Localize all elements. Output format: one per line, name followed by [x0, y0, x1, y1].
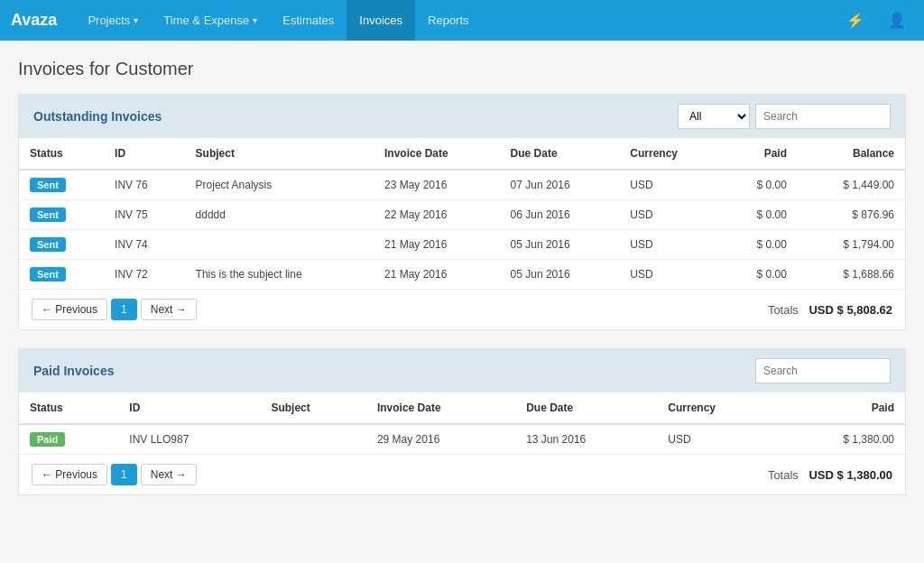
status-cell: Sent	[19, 170, 104, 200]
subject-cell: ddddd	[185, 200, 374, 230]
balance-cell: $ 1,688.66	[798, 260, 905, 290]
col-invoice-date: Invoice Date	[366, 392, 515, 424]
col-invoice-date: Invoice Date	[374, 138, 500, 170]
outstanding-pagination: ← Previous 1 Next →	[32, 299, 197, 320]
id-cell: INV 72	[104, 260, 184, 290]
chevron-down-icon: ▾	[134, 15, 138, 25]
status-cell: Sent	[19, 260, 104, 290]
due-date-cell: 05 Jun 2016	[500, 230, 620, 260]
outstanding-search-area: All	[678, 104, 891, 129]
paid-totals-amount: USD $ 1,380.00	[808, 468, 892, 482]
table-row[interactable]: Sent INV 76 Project Analysis 23 May 2016…	[19, 170, 905, 200]
user-icon[interactable]: 👤	[881, 8, 913, 32]
invoice-date-cell: 29 May 2016	[366, 424, 515, 455]
status-cell: Sent	[19, 230, 104, 260]
invoice-date-cell: 22 May 2016	[374, 200, 500, 230]
table-row[interactable]: Sent INV 75 ddddd 22 May 2016 06 Jun 201…	[19, 200, 905, 230]
status-badge: Paid	[30, 432, 65, 447]
outstanding-table-header: Status ID Subject Invoice Date Due Date …	[19, 138, 905, 170]
currency-cell: USD	[619, 230, 721, 260]
subject-cell	[185, 230, 374, 260]
nav-right: ⚡ 👤	[839, 8, 913, 32]
outstanding-prev-button[interactable]: ← Previous	[32, 299, 107, 320]
outstanding-header: Outstanding Invoices All	[19, 95, 905, 138]
nav-invoices[interactable]: Invoices	[346, 0, 415, 41]
status-badge: Sent	[30, 237, 66, 252]
outstanding-invoices-section: Outstanding Invoices All Status ID Subje…	[18, 94, 906, 330]
id-cell: INV 76	[104, 170, 184, 200]
paid-table-header: Status ID Subject Invoice Date Due Date …	[19, 392, 905, 424]
col-subject: Subject	[260, 392, 366, 424]
subject-cell: This is the subject line	[185, 260, 374, 290]
col-id: ID	[104, 138, 184, 170]
col-currency: Currency	[619, 138, 721, 170]
outstanding-totals-label: Totals	[768, 303, 799, 317]
outstanding-next-button[interactable]: Next →	[141, 299, 197, 320]
balance-cell: $ 1,449.00	[798, 170, 905, 200]
subject-cell: Project Analysis	[185, 170, 374, 200]
due-date-cell: 05 Jun 2016	[500, 260, 620, 290]
col-due-date: Due Date	[515, 392, 657, 424]
status-badge: Sent	[30, 208, 66, 222]
subject-cell	[260, 424, 366, 455]
paid-cell: $ 1,380.00	[778, 424, 905, 455]
status-badge: Sent	[30, 267, 66, 282]
navbar: Avaza Projects ▾ Time & Expense ▾ Estima…	[0, 0, 924, 41]
nav-estimates[interactable]: Estimates	[270, 0, 346, 41]
id-cell: INV LLO987	[118, 424, 260, 455]
paid-cell: $ 0.00	[721, 200, 798, 230]
paid-next-button[interactable]: Next →	[141, 464, 197, 485]
paid-search-input[interactable]	[755, 358, 891, 383]
invoice-date-cell: 21 May 2016	[374, 230, 500, 260]
col-status: Status	[19, 392, 118, 424]
invoice-date-cell: 23 May 2016	[374, 170, 500, 200]
brand-logo[interactable]: Avaza	[11, 11, 57, 30]
invoice-date-cell: 21 May 2016	[374, 260, 500, 290]
status-badge: Sent	[30, 178, 66, 192]
col-status: Status	[19, 138, 104, 170]
nav-time-expense[interactable]: Time & Expense ▾	[151, 0, 270, 41]
outstanding-search-input[interactable]	[755, 104, 891, 129]
balance-cell: $ 1,794.00	[798, 230, 905, 260]
outstanding-page-1-button[interactable]: 1	[111, 299, 137, 320]
paid-cell: $ 0.00	[721, 230, 798, 260]
status-cell: Sent	[19, 200, 104, 230]
outstanding-totals: Totals USD $ 5,808.62	[768, 303, 892, 317]
outstanding-filter-select[interactable]: All	[678, 104, 750, 129]
table-row[interactable]: Sent INV 74 21 May 2016 05 Jun 2016 USD …	[19, 230, 905, 260]
col-subject: Subject	[185, 138, 374, 170]
paid-prev-button[interactable]: ← Previous	[32, 464, 107, 485]
col-paid: Paid	[721, 138, 798, 170]
col-paid: Paid	[778, 392, 905, 424]
outstanding-footer: ← Previous 1 Next → Totals USD $ 5,808.6…	[19, 290, 905, 329]
paid-totals-label: Totals	[768, 468, 799, 482]
currency-cell: USD	[619, 260, 721, 290]
outstanding-title: Outstanding Invoices	[33, 109, 162, 124]
col-currency: Currency	[657, 392, 778, 424]
table-row[interactable]: Sent INV 72 This is the subject line 21 …	[19, 260, 905, 290]
chevron-down-icon: ▾	[253, 15, 257, 25]
paid-footer: ← Previous 1 Next → Totals USD $ 1,380.0…	[19, 455, 905, 494]
col-balance: Balance	[798, 138, 905, 170]
due-date-cell: 13 Jun 2016	[515, 424, 657, 455]
paid-page-1-button[interactable]: 1	[111, 464, 137, 485]
page-content: Invoices for Customer Outstanding Invoic…	[0, 41, 924, 563]
paid-title: Paid Invoices	[33, 364, 114, 378]
table-row[interactable]: Paid INV LLO987 29 May 2016 13 Jun 2016 …	[19, 424, 905, 455]
id-cell: INV 75	[104, 200, 184, 230]
col-due-date: Due Date	[500, 138, 620, 170]
lightning-icon[interactable]: ⚡	[839, 8, 872, 32]
currency-cell: USD	[619, 200, 721, 230]
nav-items: Projects ▾ Time & Expense ▾ Estimates In…	[75, 0, 839, 41]
nav-projects[interactable]: Projects ▾	[75, 0, 151, 41]
paid-table: Status ID Subject Invoice Date Due Date …	[19, 392, 905, 455]
paid-header: Paid Invoices	[19, 349, 905, 392]
paid-cell: $ 0.00	[721, 260, 798, 290]
currency-cell: USD	[657, 424, 778, 455]
status-cell: Paid	[19, 424, 118, 455]
outstanding-table: Status ID Subject Invoice Date Due Date …	[19, 138, 905, 290]
page-title: Invoices for Customer	[18, 59, 906, 79]
id-cell: INV 74	[104, 230, 184, 260]
nav-reports[interactable]: Reports	[415, 0, 482, 41]
balance-cell: $ 876.96	[798, 200, 905, 230]
